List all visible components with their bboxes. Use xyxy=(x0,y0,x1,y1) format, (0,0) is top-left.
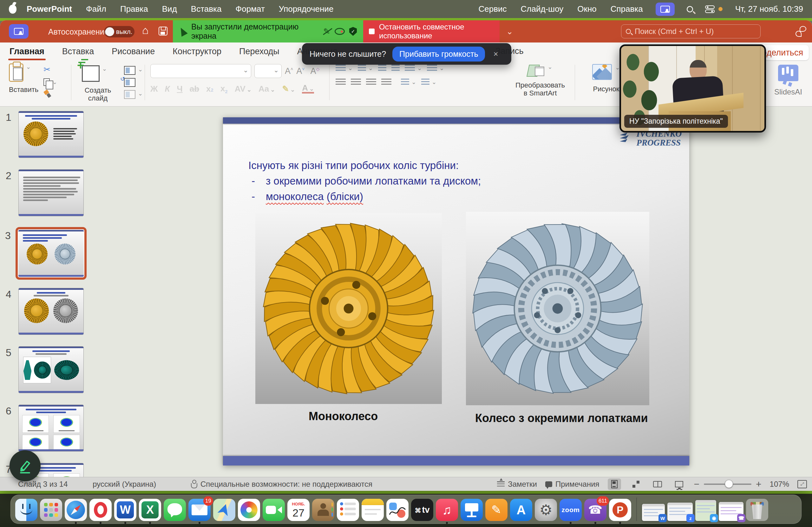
dock-pages[interactable]: ✎ xyxy=(485,499,508,521)
dock-photos[interactable] xyxy=(238,499,260,521)
align-left-icon[interactable] xyxy=(336,79,346,86)
subscript-button[interactable]: x2 xyxy=(220,84,228,94)
bladed-wheel-image[interactable] xyxy=(466,212,649,405)
stop-sharing-button[interactable]: Остановить совместное использование xyxy=(363,20,499,43)
tab-home[interactable]: Главная xyxy=(10,47,44,56)
dock-appletv[interactable]: tv xyxy=(411,499,433,521)
cut-icon[interactable]: ✂ xyxy=(43,65,57,74)
menubar-item-right-1[interactable]: Слайд-шоу xyxy=(521,4,564,14)
font-name-combo[interactable] xyxy=(150,64,251,78)
superscript-button[interactable]: x2 xyxy=(206,84,214,94)
reading-view-button[interactable] xyxy=(651,479,664,490)
clear-format-icon[interactable]: A◇ xyxy=(310,66,319,76)
dock-safari[interactable] xyxy=(65,499,87,521)
change-case-button[interactable]: Aa xyxy=(259,84,275,94)
control-center-icon[interactable] xyxy=(705,5,715,13)
font-size-combo[interactable] xyxy=(255,64,282,78)
language-indicator[interactable]: русский (Украина) xyxy=(92,480,156,489)
minimized-window-zoom[interactable]: z xyxy=(667,502,693,521)
monowheel-image[interactable] xyxy=(255,213,442,404)
annotation-disabled-icon[interactable]: ✎ xyxy=(323,27,330,36)
shield-check-icon[interactable]: ✓ xyxy=(349,27,357,36)
autosave-toggle[interactable]: выкл. xyxy=(104,26,134,38)
comments-button[interactable]: Примечания xyxy=(545,480,599,489)
dock-word[interactable]: W xyxy=(114,499,136,521)
minimized-window-safari[interactable]: ◉ xyxy=(695,500,716,521)
save-icon[interactable] xyxy=(159,27,168,35)
notification-close-button[interactable]: × xyxy=(493,49,498,59)
slide-thumbnail-4[interactable]: 4 xyxy=(18,288,84,335)
dock-appstore[interactable]: A xyxy=(510,499,532,521)
dock-mail[interactable]: 19 xyxy=(188,499,211,521)
layout-button[interactable] xyxy=(124,66,143,75)
slide-text-block[interactable]: Існують як різні типи робочих коліс турб… xyxy=(248,158,481,204)
dock-keynote[interactable] xyxy=(461,499,483,521)
tab-design[interactable]: Конструктор xyxy=(173,47,221,56)
dock-messages[interactable] xyxy=(164,499,186,521)
align-center-icon[interactable] xyxy=(351,79,361,86)
slide-thumbnail-1[interactable]: 1 xyxy=(18,111,84,158)
tab-draw[interactable]: Рисование xyxy=(112,47,155,56)
new-slide-button[interactable]: Создать слайд xyxy=(77,65,118,102)
screen-sharing-indicator-icon[interactable] xyxy=(656,2,675,16)
menubar-item-6[interactable]: Упорядочение xyxy=(279,4,334,14)
zoom-slider[interactable] xyxy=(704,484,751,485)
format-painter-icon[interactable] xyxy=(43,90,52,98)
dock-freeform[interactable] xyxy=(386,499,408,521)
dock-calendar[interactable]: НОЯБ.27 xyxy=(287,499,309,521)
menubar-item-4[interactable]: Вставка xyxy=(191,4,222,14)
char-spacing-button[interactable]: AV xyxy=(235,84,251,94)
menubar-item-5[interactable]: Формат xyxy=(235,4,264,14)
slidesai-group[interactable]: SlidesAI xyxy=(768,60,809,106)
dock-reminders[interactable] xyxy=(337,499,359,521)
slide-thumbnail-6[interactable]: 6 xyxy=(18,405,84,452)
decrease-indent-icon[interactable] xyxy=(378,65,386,72)
font-color-button[interactable]: А xyxy=(302,84,314,93)
accessibility-status[interactable]: Специальные возможности: не поддерживают… xyxy=(190,480,372,489)
menubar-item-right-2[interactable]: Окно xyxy=(577,4,596,14)
menubar-item-0[interactable]: PowerPoint xyxy=(27,4,72,14)
dock-zoom[interactable]: zoom xyxy=(560,499,582,521)
grow-font-icon[interactable]: A˄ xyxy=(285,66,293,76)
minimized-window-word[interactable]: W xyxy=(642,504,665,521)
dock-notes[interactable] xyxy=(362,499,384,521)
slide-thumbnail-3[interactable]: 3 xyxy=(16,227,87,280)
italic-button[interactable]: К xyxy=(165,84,170,94)
align-text-button[interactable] xyxy=(421,79,436,86)
dock-settings[interactable]: ⚙ xyxy=(535,499,557,521)
banner-chevron-icon[interactable]: ⌄ xyxy=(506,27,513,36)
reset-slide-icon[interactable] xyxy=(124,78,135,87)
numbering-button[interactable] xyxy=(358,65,373,72)
menubar-item-3[interactable]: Вид xyxy=(162,4,177,14)
dock-contacts[interactable] xyxy=(312,499,334,521)
minimized-window-viber[interactable]: ☎ xyxy=(719,502,743,521)
underline-button[interactable]: Ч xyxy=(177,84,183,94)
menubar-item-right-0[interactable]: Сервис xyxy=(478,4,507,14)
camera-indicator-icon[interactable] xyxy=(335,28,345,35)
zoom-level[interactable]: 107% xyxy=(770,480,789,489)
apple-menu-icon[interactable] xyxy=(9,5,16,14)
dock-maps[interactable] xyxy=(213,499,235,521)
spotlight-search-icon[interactable] xyxy=(687,6,693,12)
dock-music[interactable]: ♫ xyxy=(436,499,458,521)
presence-comments-icon[interactable] xyxy=(796,26,806,37)
text-direction-button[interactable] xyxy=(401,79,416,86)
menubar-item-1[interactable]: Файл xyxy=(86,4,106,14)
smartart-group[interactable]: Преобразоватьв SmartArt xyxy=(508,60,573,106)
dock-facetime[interactable] xyxy=(263,499,285,521)
dock-finder[interactable] xyxy=(15,499,38,521)
notes-button[interactable]: Заметки xyxy=(497,480,537,489)
dock-excel[interactable]: X xyxy=(139,499,161,521)
slide-thumbnail-5[interactable]: 5 xyxy=(18,346,84,393)
dock-trash[interactable] xyxy=(746,499,768,521)
columns-button[interactable] xyxy=(427,65,444,72)
dock-launchpad[interactable] xyxy=(40,499,62,521)
increase-indent-icon[interactable] xyxy=(391,65,400,72)
menubar-clock[interactable]: Чт, 27 нояб. 10:39 xyxy=(735,4,803,14)
slide-thumbnail-2[interactable]: 2 xyxy=(18,169,84,216)
slide[interactable]: IVCHENKOPROGRESS Існують як різні типи р… xyxy=(223,117,689,466)
search-field[interactable]: Поиск (Cmd + Ctrl + U) xyxy=(621,25,760,38)
tab-transitions[interactable]: Переходы xyxy=(239,47,279,56)
webcam-overlay[interactable]: НУ "Запорізька політехніка" xyxy=(620,44,766,133)
annotation-pencil-button[interactable] xyxy=(10,450,41,481)
